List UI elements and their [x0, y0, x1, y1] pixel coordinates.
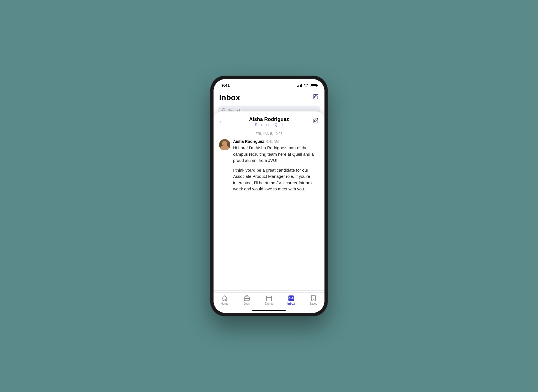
nav-item-inbox[interactable]: Inbox — [283, 295, 300, 305]
battery-icon — [310, 84, 317, 87]
nav-label-jobs: Jobs — [244, 302, 250, 305]
nav-label-saved: Saved — [309, 302, 317, 305]
wifi-icon — [304, 83, 308, 87]
nav-item-events[interactable]: Events — [261, 295, 277, 305]
message-row: Aisha Rodriguez 9:41 AM Hi Lara! I'm Ais… — [219, 139, 319, 192]
phone-screen: 9:41 — [214, 79, 324, 313]
nav-item-jobs[interactable]: Jobs — [238, 295, 255, 305]
message-header-center: Aisha Rodriguez Recruiter at Quell — [228, 116, 310, 127]
phone-device: 9:41 — [210, 76, 328, 316]
message-area: Aisha Rodriguez 9:41 AM Hi Lara! I'm Ais… — [214, 139, 324, 288]
svg-rect-3 — [266, 296, 272, 301]
message-header: ‹ Aisha Rodriguez Recruiter at Quell — [214, 111, 324, 130]
date-divider: FRI, JAN 5, 10:26 — [214, 130, 324, 139]
events-icon — [266, 295, 272, 302]
avatar — [219, 139, 230, 150]
status-icons — [297, 83, 317, 87]
nav-label-events: Events — [265, 302, 273, 305]
message-content: Hi Lara! I'm Aisha Rodriguez, part of th… — [233, 145, 319, 192]
signal-icon — [297, 84, 302, 87]
contact-name-heading: Aisha Rodriguez — [228, 116, 310, 122]
message-bubble: Aisha Rodriguez 9:41 AM Hi Lara! I'm Ais… — [233, 139, 319, 192]
inbox-title: Inbox — [219, 93, 240, 102]
inbox-icon — [288, 295, 294, 302]
nav-label-home: Home — [221, 302, 228, 305]
status-bar: 9:41 — [214, 79, 324, 90]
home-icon — [221, 295, 228, 302]
contact-role: Recruiter at Quell — [228, 123, 310, 127]
back-button[interactable]: ‹ — [219, 118, 228, 125]
status-time: 9:41 — [221, 83, 230, 88]
inbox-compose-icon[interactable] — [312, 94, 319, 102]
nav-item-saved[interactable]: Saved — [305, 295, 322, 305]
jobs-icon — [244, 295, 250, 302]
nav-item-home[interactable]: Home — [216, 295, 233, 305]
message-compose-icon[interactable] — [310, 118, 319, 125]
message-sheet: ‹ Aisha Rodriguez Recruiter at Quell FRI… — [214, 111, 324, 313]
message-sender: Aisha Rodriguez — [233, 139, 264, 144]
inbox-header: Inbox — [214, 90, 324, 104]
saved-icon — [310, 295, 317, 302]
input-divider — [214, 290, 324, 291]
svg-rect-1 — [244, 297, 249, 301]
nav-label-inbox: Inbox — [287, 302, 295, 305]
message-time: 9:41 AM — [266, 140, 279, 144]
home-indicator — [252, 310, 286, 311]
